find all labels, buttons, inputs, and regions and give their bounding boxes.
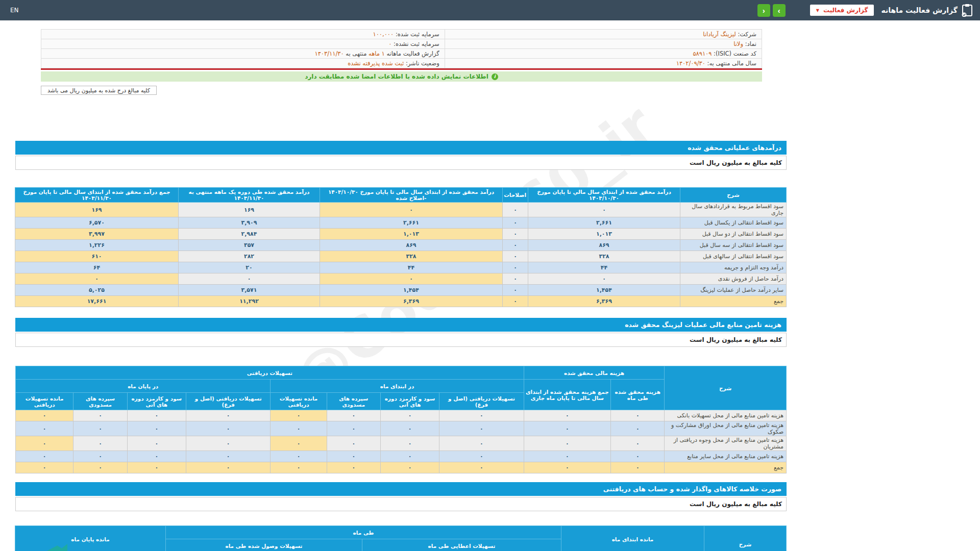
- value-cell: ۰: [16, 462, 74, 473]
- value-cell: ۲,۶۶۱: [528, 217, 680, 229]
- period-length-value: ۱ ماهه: [369, 50, 385, 57]
- value-cell: ۰: [611, 410, 665, 421]
- value-cell: ۰: [503, 240, 528, 251]
- row-label-cell: درآمد حاصل از فروش نقدی: [680, 273, 787, 285]
- column-header: شرح: [680, 188, 787, 203]
- table-row: جمع۶,۳۶۹۰۶,۳۶۹۱۱,۲۹۲۱۷,۶۶۱: [15, 296, 787, 307]
- value-cell: ۳,۹۰۹: [179, 217, 320, 229]
- column-header: درآمد محقق شده از ابتدای سال مالی تا پای…: [320, 188, 503, 203]
- section-header-operating-revenues: درآمدهای عملیاتی محقق شده: [15, 141, 787, 155]
- table-row: هزینه تامین منابع مالی از محل وجوه دریاف…: [16, 436, 787, 451]
- value-cell: ۰: [611, 451, 665, 462]
- page-title: گزارش فعالیت ماهانه: [881, 6, 958, 14]
- table-row: هزینه تامین منابع مالی از محل سایر منابع…: [16, 451, 787, 462]
- table-row: سود اقساط انتقالی از سه سال قبل۸۶۹۰۸۶۹۳۵…: [15, 240, 787, 251]
- table-row: کد صنعت (ISIC): ۵۸۹۱۰۹ گزارش فعالیت ماها…: [41, 49, 762, 59]
- value-cell: ۱,۴۵۴: [320, 285, 503, 296]
- value-cell: ۰: [503, 217, 528, 229]
- operating-revenues-table: شرح درآمد محقق شده از ابتداي سال مالي تا…: [15, 187, 787, 307]
- value-cell: ۰: [271, 436, 327, 451]
- chevron-down-icon: ▼: [816, 8, 819, 13]
- value-cell: ۱۶۹: [15, 203, 179, 217]
- column-header: جمع درآمد محقق شده از ابتدای سال مالی تا…: [15, 188, 179, 203]
- chevron-left-icon: ‹: [763, 6, 765, 15]
- value-cell: ۲۰: [179, 262, 320, 273]
- value-cell: ۲,۶۶۱: [320, 217, 503, 229]
- next-report-button[interactable]: ›: [773, 4, 786, 17]
- value-cell: ۱۶۹: [179, 203, 320, 217]
- value-cell: ۶۱۰: [15, 251, 179, 262]
- language-toggle[interactable]: EN: [10, 7, 19, 14]
- value-cell: ۰: [127, 410, 186, 421]
- receivables-summary-table: شرح مانده ابتدای ماه طی ماه مانده پایان …: [15, 525, 787, 551]
- field-label: وضعیت ناشر:: [406, 60, 439, 67]
- value-cell: ۰: [327, 421, 380, 436]
- group-header: تسهیلات اعطایی طی ماه: [362, 539, 561, 551]
- value-cell: ۰: [186, 451, 270, 462]
- top-navbar: گزارش فعالیت ماهانه گزارش فعالیت ▼ › ‹ E…: [0, 0, 980, 20]
- table-row: نماد: ولانا سرمایه ثبت نشده: ۰: [41, 39, 762, 49]
- value-cell: ۰: [524, 436, 610, 451]
- signature-match-banner: i اطلاعات نمایش داده شده با اطلاعات امضا…: [41, 71, 762, 82]
- value-cell: ۳۲۸: [320, 251, 503, 262]
- value-cell: ۰: [327, 436, 380, 451]
- value-cell: ۰: [127, 436, 186, 451]
- table-row: هزینه تامین منابع مالی از محل اوراق مشار…: [16, 421, 787, 436]
- group-header: مانده ابتدای ماه: [561, 526, 704, 551]
- value-cell: ۰: [74, 451, 127, 462]
- value-cell: ۰: [127, 421, 186, 436]
- report-type-dropdown[interactable]: گزارش فعالیت ▼: [810, 5, 874, 16]
- period-end-date-value: ۱۴۰۳/۱۱/۳۰: [314, 50, 344, 57]
- value-cell: ۰: [503, 262, 528, 273]
- field-label: کد صنعت (ISIC):: [714, 50, 756, 57]
- column-header: مانده تسهیلات دریافتی: [271, 393, 327, 410]
- value-cell: ۸۶۹: [528, 240, 680, 251]
- value-cell: ۳,۵۷۱: [179, 285, 320, 296]
- registered-capital-value: ۱۰۰,۰۰۰: [373, 31, 394, 38]
- column-header: جمع هزینه محقق شده از ابتدای سال مالی تا…: [524, 380, 610, 410]
- value-cell: ۰: [524, 462, 610, 473]
- value-cell: ۰: [503, 251, 528, 262]
- column-header: مانده تسهیلات دریافتی: [16, 393, 74, 410]
- value-cell: ۰: [186, 410, 270, 421]
- row-label-cell: سود اقساط انتقالی از دو سال قبل: [680, 229, 787, 240]
- value-cell: ۱۱,۲۹۲: [179, 296, 320, 307]
- value-cell: ۰: [524, 421, 610, 436]
- value-cell: ۰: [524, 410, 610, 421]
- field-label: گزارش فعالیت ماهانه: [386, 50, 439, 57]
- value-cell: ۱,۴۵۴: [528, 285, 680, 296]
- report-dropdown-label: گزارش فعالیت: [823, 7, 868, 14]
- section-header-financing-costs: هزینه تامین منابع مالی عملیات لیزینگ محق…: [15, 318, 787, 332]
- units-note-box: کلیه مبالغ درج شده به میلیون ریال می باش…: [41, 86, 157, 95]
- info-icon: i: [492, 73, 498, 80]
- row-label-cell: سود اقساط انتقالی از سالهای قبل: [680, 251, 787, 262]
- column-header: سپرده های مسدودی: [327, 393, 380, 410]
- value-cell: ۰: [611, 436, 665, 451]
- table-row: سال مالی منتهی به: ۱۴۰۲/۰۹/۳۰ وضعیت ناشر…: [41, 59, 762, 68]
- column-header: درآمد محقق شده از ابتداي سال مالي تا پای…: [528, 188, 680, 203]
- value-cell: ۱,۰۱۳: [320, 229, 503, 240]
- fiscal-year-end-value: ۱۴۰۲/۰۹/۳۰: [676, 60, 705, 67]
- company-info-table: شرکت: لیزینگ آریادانا سرمایه ثبت شده: ۱۰…: [41, 29, 762, 68]
- registered-capital-field: سرمایه ثبت شده: ۱۰۰,۰۰۰: [41, 30, 445, 39]
- units-row: کلیه مبالغ به میلیون ریال است: [15, 497, 787, 511]
- field-label: سرمایه ثبت نشده:: [394, 40, 439, 47]
- row-label-cell: سود اقساط انتقالی از یکسال قبل: [680, 217, 787, 229]
- value-cell: ۰: [439, 410, 524, 421]
- value-cell: ۰: [186, 436, 270, 451]
- group-header: در پایان ماه: [16, 380, 271, 393]
- table-row: سود اقساط انتقالی از یکسال قبل۲,۶۶۱۰۲,۶۶…: [15, 217, 787, 229]
- row-label-cell: هزینه تامین منابع مالی از محل تسهیلات با…: [665, 410, 787, 421]
- value-cell: ۶,۵۷۰: [15, 217, 179, 229]
- row-label-cell: سایر درآمد حاصل از عملیات لیزینگ: [680, 285, 787, 296]
- value-cell: ۰: [74, 410, 127, 421]
- column-header: شرح: [704, 526, 787, 551]
- value-cell: ۰: [15, 273, 179, 285]
- value-cell: ۰: [380, 462, 439, 473]
- value-cell: ۰: [16, 451, 74, 462]
- group-header: مانده پایان ماه: [15, 526, 166, 551]
- units-row: کلیه مبالغ به میلیون ریال است: [15, 333, 787, 347]
- field-label: سرمایه ثبت شده:: [396, 31, 439, 38]
- previous-report-button[interactable]: ‹: [757, 4, 770, 17]
- value-cell: ۰: [271, 421, 327, 436]
